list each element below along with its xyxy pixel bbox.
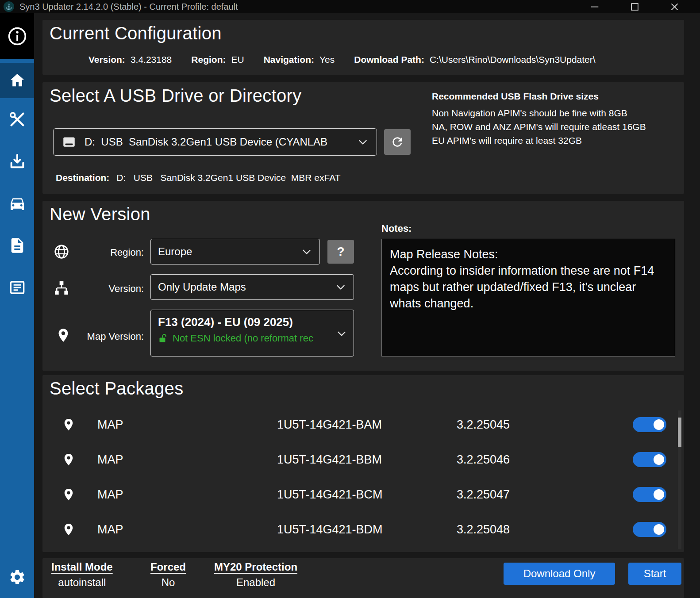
- version-dropdown[interactable]: Only Update Maps: [150, 274, 354, 300]
- home-icon: [8, 72, 26, 89]
- package-row: MAP 1U5T-14G421-BCM 3.2.25047: [42, 477, 675, 512]
- package-toggle[interactable]: [633, 522, 666, 537]
- region-help-button[interactable]: ?: [327, 240, 354, 264]
- download-only-button[interactable]: Download Only: [504, 563, 615, 585]
- package-row: MAP 1U5T-14G421-BBM 3.2.25046: [42, 442, 675, 477]
- sitemap-icon: [53, 280, 70, 296]
- sidebar-item-news[interactable]: [0, 266, 34, 308]
- sidebar: [0, 13, 34, 598]
- my20-protection-label: MY20 Protection: [214, 561, 297, 573]
- tools-icon: [8, 111, 26, 128]
- region-dropdown[interactable]: Europe: [150, 239, 320, 264]
- drive-icon: [62, 134, 77, 150]
- my20-protection-stat: MY20 Protection Enabled: [214, 561, 297, 589]
- package-version: 3.2.25046: [457, 452, 510, 466]
- packages-scrollbar-track[interactable]: [678, 410, 681, 549]
- app-logo-icon: ⚓: [4, 1, 14, 12]
- map-pin-icon: [62, 451, 75, 468]
- usb-selection-heading: Select A USB Drive or Directory: [50, 86, 301, 106]
- sidebar-item-downloads[interactable]: [0, 140, 34, 182]
- info-icon: [8, 27, 27, 46]
- maximize-button[interactable]: [615, 0, 654, 13]
- current-configuration-row: Version:3.4.23188 Region:EU Navigation:Y…: [88, 54, 596, 65]
- recommended-sizes-title: Recommended USB Flash Drive sizes: [432, 91, 680, 102]
- new-version-heading: New Version: [50, 204, 150, 224]
- package-row: MAP 1U5T-14G421-BDM 3.2.25048: [42, 512, 675, 547]
- chevron-down-icon: [357, 136, 369, 148]
- toggle-knob: [654, 524, 664, 535]
- current-configuration-heading: Current Configuration: [50, 23, 222, 43]
- version-value: 3.4.23188: [131, 54, 172, 65]
- notes-box: Map Release Notes: According to insider …: [381, 239, 675, 356]
- window-title: Syn3 Updater 2.14.2.0 (Stable) - Current…: [19, 2, 238, 12]
- sidebar-item-home[interactable]: [0, 63, 34, 98]
- toggle-knob: [654, 454, 664, 465]
- sidebar-item-logs[interactable]: [0, 224, 34, 266]
- main-content: Current Configuration Version:3.4.23188 …: [34, 13, 700, 598]
- news-icon: [8, 279, 26, 296]
- destination-row: Destination: D: USB SanDisk 3.2Gen1 USB …: [56, 172, 340, 183]
- map-esn-status: Not ESN locked (no reformat rec: [173, 333, 313, 344]
- download-path-label: Download Path:: [354, 54, 424, 65]
- package-type: MAP: [97, 452, 123, 466]
- select-packages-heading: Select Packages: [50, 379, 183, 399]
- map-version-dropdown[interactable]: F13 (2024) - EU (09 2025) Not ESN locked…: [150, 310, 354, 356]
- package-type: MAP: [97, 418, 123, 431]
- forced-value: No: [162, 576, 175, 589]
- package-toggle[interactable]: [633, 487, 666, 502]
- package-row: MAP 1U5T-14G421-BAM 3.2.25045: [42, 407, 675, 442]
- start-button[interactable]: Start: [628, 563, 681, 585]
- destination-value: D: USB SanDisk 3.2Gen1 USB Device MBR ex…: [116, 172, 340, 183]
- chevron-down-icon: [336, 328, 347, 339]
- package-part-number: 1U5T-14G421-BAM: [277, 418, 382, 431]
- version-label: Version:: [88, 54, 125, 65]
- package-toggle[interactable]: [633, 417, 666, 432]
- package-version: 3.2.25048: [457, 522, 510, 536]
- version-selected-value: Only Update Maps: [158, 281, 246, 293]
- map-pin-icon: [62, 521, 75, 538]
- map-pin-icon: [62, 416, 75, 433]
- recommended-sizes-line: NA, ROW and ANZ APIM's will require atle…: [432, 120, 680, 134]
- map-pin-icon: [56, 326, 71, 345]
- destination-label: Destination:: [56, 172, 109, 183]
- gear-icon: [8, 568, 26, 586]
- document-icon: [8, 237, 26, 254]
- forced-label: Forced: [150, 561, 186, 573]
- close-button[interactable]: [654, 0, 694, 13]
- refresh-icon: [390, 135, 404, 149]
- sidebar-item-tools[interactable]: [0, 98, 34, 140]
- minimize-button[interactable]: [575, 0, 615, 13]
- sidebar-item-info[interactable]: [0, 13, 34, 59]
- maximize-icon: [631, 3, 638, 11]
- new-version-panel: New Version Region: Europe ?: [42, 201, 684, 371]
- sidebar-item-settings[interactable]: [0, 556, 34, 598]
- package-version: 3.2.25047: [457, 487, 510, 501]
- map-pin-icon: [62, 486, 75, 503]
- nv-map-version-label: Map Version:: [81, 331, 144, 342]
- install-mode-value: autoinstall: [58, 576, 106, 589]
- toggle-knob: [654, 489, 664, 500]
- current-configuration-panel: Current Configuration Version:3.4.23188 …: [42, 20, 684, 75]
- nv-region-label: Region:: [81, 247, 144, 258]
- usb-drive-dropdown[interactable]: D: USB SanDisk 3.2Gen1 USB Device (CYANL…: [53, 128, 377, 156]
- package-part-number: 1U5T-14G421-BDM: [277, 522, 383, 536]
- toggle-knob: [654, 419, 664, 430]
- footer-bar: Install Mode autoinstall Forced No MY20 …: [42, 558, 684, 598]
- recommended-sizes-block: Recommended USB Flash Drive sizes Non Na…: [432, 91, 680, 147]
- usb-drive-selected-value: D: USB SanDisk 3.2Gen1 USB Device (CYANL…: [85, 136, 327, 148]
- navigation-label: Navigation:: [264, 54, 314, 65]
- download-icon: [8, 153, 26, 170]
- car-icon: [8, 195, 26, 212]
- usb-selection-panel: Select A USB Drive or Directory D: USB S…: [42, 82, 684, 194]
- packages-scrollbar-thumb[interactable]: [678, 418, 681, 447]
- sidebar-item-vehicle[interactable]: [0, 182, 34, 224]
- close-icon: [671, 3, 678, 11]
- refresh-drives-button[interactable]: [384, 129, 411, 155]
- map-version-selected-value: F13 (2024) - EU (09 2025): [158, 315, 313, 329]
- globe-icon: [53, 243, 70, 260]
- package-part-number: 1U5T-14G421-BCM: [277, 487, 383, 501]
- navigation-value: Yes: [319, 54, 335, 65]
- package-toggle[interactable]: [633, 452, 666, 467]
- recommended-sizes-line: Non Navigation APIM's should be fine wit…: [432, 106, 680, 120]
- my20-protection-value: Enabled: [236, 576, 275, 589]
